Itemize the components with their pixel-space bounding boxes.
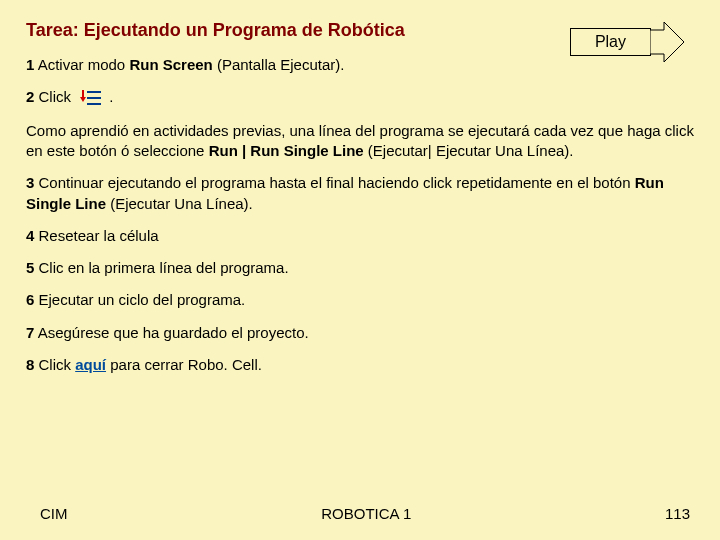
step-text: (Pantalla Ejecutar). xyxy=(213,56,345,73)
paragraph-explain: Como aprendió en actividades previas, un… xyxy=(26,121,694,162)
step-text: para cerrar Robo. Cell. xyxy=(106,356,262,373)
svg-marker-0 xyxy=(650,22,684,62)
step-7: 7 Asegúrese que ha guardado el proyecto. xyxy=(26,323,694,343)
step-text: Resetear la célula xyxy=(34,227,158,244)
step-text: Asegúrese que ha guardado el proyecto. xyxy=(34,324,308,341)
footer-center: ROBOTICA 1 xyxy=(68,505,665,522)
footer-page-number: 113 xyxy=(665,505,690,522)
step-text: Activar modo xyxy=(34,56,129,73)
footer-left: CIM xyxy=(40,505,68,522)
step-text: Click xyxy=(34,356,75,373)
play-button-container: Play xyxy=(570,22,684,62)
step-6: 6 Ejecutar un ciclo del programa. xyxy=(26,290,694,310)
step-text: (Ejecutar| Ejecutar Una Línea). xyxy=(364,142,574,159)
step-bold: Run Screen xyxy=(129,56,212,73)
arrow-right-icon xyxy=(650,22,684,62)
step-text: Ejecutar un ciclo del programa. xyxy=(34,291,245,308)
run-single-line-icon[interactable] xyxy=(79,88,103,113)
step-text: Clic en la primera línea del programa. xyxy=(34,259,288,276)
step-text: (Ejecutar Una Línea). xyxy=(106,195,253,212)
play-button[interactable]: Play xyxy=(570,28,651,56)
step-3: 3 Continuar ejecutando el programa hasta… xyxy=(26,173,694,214)
step-text: . xyxy=(109,88,113,105)
step-4: 4 Resetear la célula xyxy=(26,226,694,246)
close-robocell-link[interactable]: aquí xyxy=(75,356,106,373)
slide: Tarea: Ejecutando un Programa de Robótic… xyxy=(0,0,720,540)
footer: CIM ROBOTICA 1 113 xyxy=(0,505,720,522)
step-text: Continuar ejecutando el programa hasta e… xyxy=(34,174,634,191)
step-8: 8 Click aquí para cerrar Robo. Cell. xyxy=(26,355,694,375)
step-2: 2 Click . xyxy=(26,87,694,109)
step-5: 5 Clic en la primera línea del programa. xyxy=(26,258,694,278)
step-bold: Run | Run Single Line xyxy=(209,142,364,159)
step-text: Click xyxy=(34,88,75,105)
